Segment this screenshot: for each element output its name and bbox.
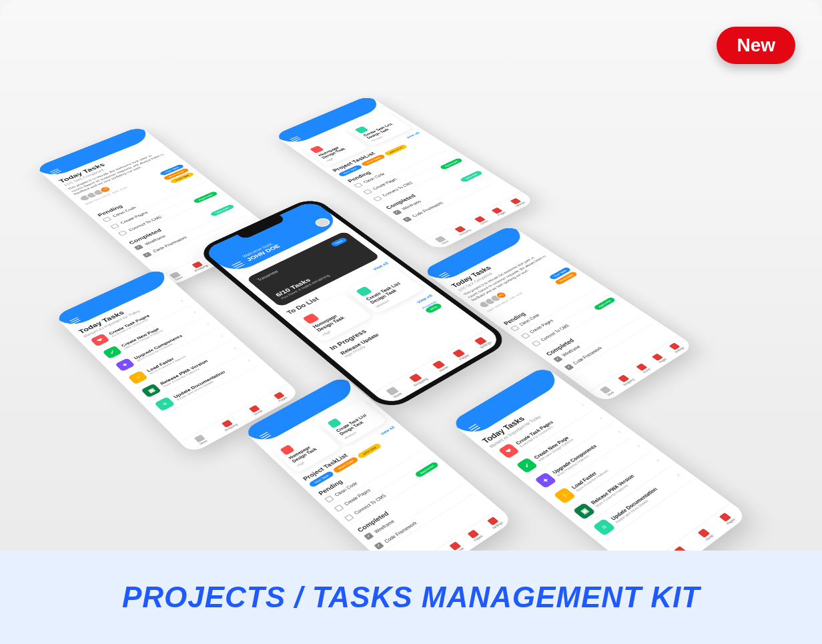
notch xyxy=(450,239,491,261)
checkbox-checked-icon[interactable] xyxy=(392,210,402,216)
task-icon: ⚡ xyxy=(553,487,576,504)
menu-icon[interactable] xyxy=(50,169,61,175)
footer: PROJECTS / TASKS MANAGEMENT KIT xyxy=(0,551,822,644)
section-completed: Completed xyxy=(127,199,229,245)
task-icon: ✓ xyxy=(102,346,122,359)
nav-pages[interactable]: Pages xyxy=(273,391,288,402)
menu-icon[interactable] xyxy=(260,432,272,440)
task-label: Clean Code xyxy=(518,313,540,326)
chevron-right-icon: › xyxy=(179,299,185,303)
view-button[interactable]: View xyxy=(330,237,348,247)
nav-home[interactable]: Home xyxy=(635,363,651,374)
task-icon: ✦ xyxy=(534,472,557,488)
task-icon: ≡ xyxy=(154,396,175,411)
chevron-right-icon: › xyxy=(192,310,197,314)
task-label: Create Pages xyxy=(120,211,149,224)
new-badge: New xyxy=(717,27,795,64)
checkbox-checked-icon[interactable] xyxy=(374,542,384,550)
chevron-right-icon: › xyxy=(219,334,224,338)
checkbox-icon[interactable] xyxy=(354,182,363,188)
nav-shopping[interactable]: Shopping xyxy=(452,225,472,236)
task-icon: ▣ xyxy=(572,503,595,520)
nav-settings[interactable]: Settings xyxy=(485,516,504,530)
task-icon: ✓ xyxy=(516,457,538,473)
checkbox-checked-icon[interactable] xyxy=(134,244,144,250)
chevron-right-icon: › xyxy=(655,458,661,462)
nav-pages[interactable]: Pages xyxy=(718,512,735,525)
menu-icon[interactable] xyxy=(439,272,450,278)
notch xyxy=(87,282,133,306)
hero-label: Tomorrow xyxy=(256,270,279,282)
nav-home[interactable]: Home xyxy=(474,216,489,225)
checkbox-checked-icon[interactable] xyxy=(142,252,152,258)
nav-pages[interactable]: Pages xyxy=(452,348,470,360)
nav-home[interactable]: Home xyxy=(697,528,715,541)
task-icon: ≡ xyxy=(592,519,616,536)
checkbox-icon[interactable] xyxy=(520,332,530,338)
menu-icon[interactable] xyxy=(468,424,480,432)
nav-home[interactable]: Home xyxy=(248,405,263,416)
nav-pages[interactable]: Pages xyxy=(651,353,667,364)
chevron-right-icon: › xyxy=(635,444,642,448)
nav-shopping[interactable]: Shopping xyxy=(218,418,238,432)
scene: Today Tasks 1/20 Task Completed This pro… xyxy=(0,0,822,644)
checkbox-icon[interactable] xyxy=(118,230,127,236)
task-icon: ▣ xyxy=(141,384,161,398)
nav-home[interactable]: Home xyxy=(432,360,450,372)
chevron-right-icon: › xyxy=(597,416,604,420)
task-label: Create Pages xyxy=(529,319,554,334)
chevron-right-icon: › xyxy=(675,472,681,478)
chevron-right-icon: › xyxy=(579,402,586,407)
nav-pages[interactable]: Pages xyxy=(491,207,507,216)
checkbox-icon[interactable] xyxy=(110,224,119,230)
nav-shopping[interactable]: Shopping xyxy=(189,260,209,272)
chevron-right-icon: › xyxy=(616,429,623,434)
user-avatar[interactable] xyxy=(312,217,332,229)
task-label: Clean Code xyxy=(112,206,137,218)
task-label: Connect To CMS xyxy=(128,216,163,232)
section-completed: Completed xyxy=(544,306,630,357)
menu-icon[interactable] xyxy=(232,261,245,268)
checkbox-icon[interactable] xyxy=(344,514,354,522)
task-icon: ❤ xyxy=(498,443,520,458)
nav-shopping[interactable]: Shopping xyxy=(615,373,635,386)
nav-shopping[interactable]: Shopping xyxy=(406,372,428,387)
task-label: Code Framework xyxy=(572,346,603,366)
task-label: Wireframe xyxy=(144,234,167,246)
nav-settings[interactable]: Settings xyxy=(667,342,685,353)
checkbox-icon[interactable] xyxy=(510,325,520,331)
task-label: Connect To CMS xyxy=(540,324,570,342)
checkbox-icon[interactable] xyxy=(334,505,344,512)
pill-schedule: Schedule xyxy=(210,204,236,217)
nav-store[interactable]: Store xyxy=(386,386,403,398)
task-row[interactable]: Wireframe xyxy=(550,309,641,364)
task-icon: ✦ xyxy=(115,358,135,372)
nav-store[interactable]: Store xyxy=(600,386,615,396)
menu-icon[interactable] xyxy=(69,317,81,324)
chevron-right-icon: › xyxy=(232,346,238,350)
nav-settings[interactable]: Settings xyxy=(472,336,492,349)
checkbox-checked-icon[interactable] xyxy=(402,216,412,222)
chevron-right-icon: › xyxy=(246,358,252,362)
task-row[interactable]: Clean Code xyxy=(507,281,597,334)
task-icon: ⚡ xyxy=(127,370,148,384)
checkbox-icon[interactable] xyxy=(372,196,382,201)
chevron-right-icon: › xyxy=(206,322,211,326)
nav-pages[interactable]: Pages xyxy=(467,529,484,542)
task-icon: ❤ xyxy=(90,334,110,347)
nav-store[interactable]: Store xyxy=(434,236,450,245)
nav-store[interactable]: Store xyxy=(193,434,208,445)
bottom-nav: Store Shopping Home Pages Settings xyxy=(589,336,695,403)
menu-icon[interactable] xyxy=(290,136,301,142)
checkbox-icon[interactable] xyxy=(102,217,111,222)
checkbox-icon[interactable] xyxy=(324,495,334,503)
checkbox-checked-icon[interactable] xyxy=(564,364,574,370)
notch xyxy=(480,383,523,410)
footer-title: PROJECTS / TASKS MANAGEMENT KIT xyxy=(122,581,700,614)
checkbox-icon[interactable] xyxy=(531,340,541,347)
nav-settings[interactable]: Settings xyxy=(508,198,526,208)
checkbox-checked-icon[interactable] xyxy=(364,533,374,541)
checkbox-checked-icon[interactable] xyxy=(553,356,563,362)
checkbox-icon[interactable] xyxy=(363,189,373,194)
task-label: Code Framework xyxy=(152,236,188,253)
